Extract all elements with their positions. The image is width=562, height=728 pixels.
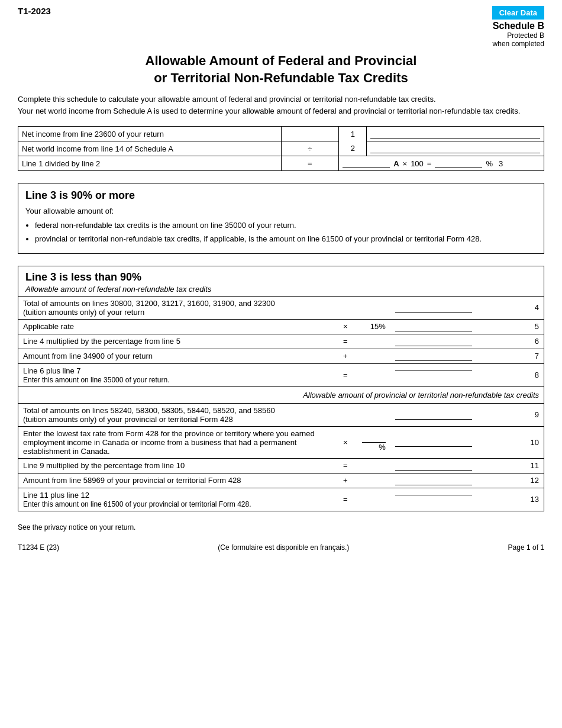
form-id: T1-2023: [18, 6, 51, 16]
lt90-row9-input-cell: [390, 403, 526, 426]
footer-center: (Ce formulaire est disponible en françai…: [218, 543, 349, 552]
lt90-row9-linenum: 9: [526, 403, 544, 426]
description-line2: Your net world income from Schedule A is…: [18, 105, 544, 117]
row1-input[interactable]: [370, 129, 540, 138]
lt90-row13-linenum: 13: [526, 488, 544, 511]
description-line1: Complete this schedule to calculate your…: [18, 94, 544, 105]
lt90-row4-op: [334, 296, 357, 319]
lt90-row8-linenum: 8: [526, 363, 544, 386]
pct-label: %: [486, 159, 493, 168]
lt90-row10-pct-input[interactable]: [362, 433, 386, 443]
table-row: Total of amounts on lines 30800, 31200, …: [18, 296, 544, 319]
lt90-row12-input-cell: [390, 473, 526, 488]
lt90-row7-linenum: 7: [526, 349, 544, 363]
lt90-row5-op: ×: [334, 319, 357, 334]
lt90-row4-label: Total of amounts on lines 30800, 31200, …: [18, 296, 334, 319]
row2-op: ÷: [281, 141, 339, 156]
row3-compound-cell: A × 100 = % 3: [339, 156, 544, 171]
table-row: Total of amounts on lines 58240, 58300, …: [18, 403, 544, 426]
page-wrapper: T1-2023 Clear Data Schedule B Protected …: [0, 0, 562, 728]
lt90-sub: Allowable amount of federal non-refundab…: [25, 285, 537, 294]
table-row: Line 1 divided by line 2 = A × 100 = % 3: [18, 156, 544, 171]
title-line1: Allowable Amount of Federal and Provinci…: [146, 53, 417, 68]
multiply-label: ×: [403, 159, 408, 168]
when-completed-label: when completed: [493, 40, 544, 48]
bullet-item: federal non-refundable tax credits is th…: [35, 220, 537, 231]
protected-label: Protected B: [493, 31, 544, 40]
lt90-row13-label: Line 11 plus line 12 Enter this amount o…: [18, 488, 334, 511]
lt90-row13-pct: [357, 488, 390, 511]
lt90-row6-input-cell: [390, 334, 526, 349]
lt90-row8-label: Line 6 plus line 7 Enter this amount on …: [18, 363, 334, 386]
section-90-heading: Line 3 is 90% or more: [25, 189, 537, 202]
lt90-row12-input[interactable]: [395, 476, 472, 485]
section-90-bullets: federal non-refundable tax credits is th…: [35, 220, 537, 245]
lt90-row8-input[interactable]: [395, 371, 472, 380]
footer-left: T1234 E (23): [18, 543, 59, 552]
lt90-row7-pct: [357, 349, 390, 363]
lt90-row5-input-cell: [390, 319, 526, 334]
lt90-row4-input-cell: [390, 296, 526, 319]
footer-right: Page 1 of 1: [508, 543, 544, 552]
lt90-row6-op: =: [334, 334, 357, 349]
equals-label: =: [427, 159, 432, 168]
row2-input[interactable]: [370, 144, 540, 153]
lt90-row11-pct: [357, 458, 390, 473]
top-bar: T1-2023 Clear Data Schedule B Protected …: [18, 6, 544, 48]
lt90-row7-input[interactable]: [395, 352, 472, 361]
lt90-row8-input-cell: [390, 363, 526, 386]
clear-data-button[interactable]: Clear Data: [492, 6, 544, 20]
row3-input-result[interactable]: [435, 159, 482, 168]
lt90-row5-label: Applicable rate: [18, 319, 334, 334]
schedule-info: Schedule B Protected B when completed: [493, 21, 544, 48]
lt90-row7-label: Amount from line 34900 of your return: [18, 349, 334, 363]
lt90-row12-op: +: [334, 473, 357, 488]
lt90-row9-input[interactable]: [395, 410, 472, 420]
lt90-row7-op: +: [334, 349, 357, 363]
row1-input-cell: [366, 127, 544, 141]
lt90-row5-pct: 15%: [357, 319, 390, 334]
section-90-box: Line 3 is 90% or more Your allowable amo…: [18, 183, 544, 254]
row2-label: Net world income from line 14 of Schedul…: [18, 141, 282, 156]
table-row: Amount from line 34900 of your return + …: [18, 349, 544, 363]
lt90-row4-input[interactable]: [395, 303, 472, 313]
lt90-row10-pct: %: [357, 426, 390, 458]
table-row: Net world income from line 14 of Schedul…: [18, 141, 544, 156]
lt90-row8-op: =: [334, 363, 357, 386]
lt90-row10-input[interactable]: [395, 437, 472, 447]
lt90-row6-linenum: 6: [526, 334, 544, 349]
table-row: Allowable amount of provincial or territ…: [18, 386, 544, 403]
lt90-row6-label: Line 4 multiplied by the percentage from…: [18, 334, 334, 349]
lt90-row13-op: =: [334, 488, 357, 511]
main-title: Allowable Amount of Federal and Provinci…: [18, 53, 544, 86]
row2-linenum: 2: [340, 141, 366, 156]
lt90-row13-input[interactable]: [395, 495, 472, 504]
lt90-row6-input[interactable]: [395, 337, 472, 346]
lt90-row5-input[interactable]: [395, 322, 472, 331]
lt90-row10-input-cell: [390, 426, 526, 458]
lt90-row4-linenum: 4: [526, 296, 544, 319]
lt90-header: Line 3 is less than 90% Allowable amount…: [18, 266, 544, 296]
row1-linenum: 1: [340, 127, 366, 141]
form-footer: T1234 E (23) (Ce formulaire est disponib…: [18, 543, 544, 552]
description: Complete this schedule to calculate your…: [18, 94, 544, 117]
row2-input-cell: [366, 141, 544, 156]
lt90-row9-pct: [357, 403, 390, 426]
lt90-row9-op: [334, 403, 357, 426]
lt90-row10-linenum: 10: [526, 426, 544, 458]
lt90-row11-input[interactable]: [395, 461, 472, 471]
lt90-row5-linenum: 5: [526, 319, 544, 334]
row3-label: Line 1 divided by line 2: [18, 156, 282, 171]
section-90-sub: Your allowable amount of:: [25, 205, 537, 217]
table-row: Line 11 plus line 12 Enter this amount o…: [18, 488, 544, 511]
schedule-title: Schedule B: [493, 21, 544, 31]
table-row: Line 9 multiplied by the percentage from…: [18, 458, 544, 473]
lt90-row13-input-cell: [390, 488, 526, 511]
lt90-row4-pct: [357, 296, 390, 319]
row3-input-a[interactable]: [343, 159, 390, 168]
table-row: Line 6 plus line 7 Enter this amount on …: [18, 363, 544, 386]
a-label: A: [393, 159, 399, 168]
prov-header: Allowable amount of provincial or territ…: [18, 386, 544, 403]
lt90-row6-pct: [357, 334, 390, 349]
row1-op: [281, 127, 339, 141]
